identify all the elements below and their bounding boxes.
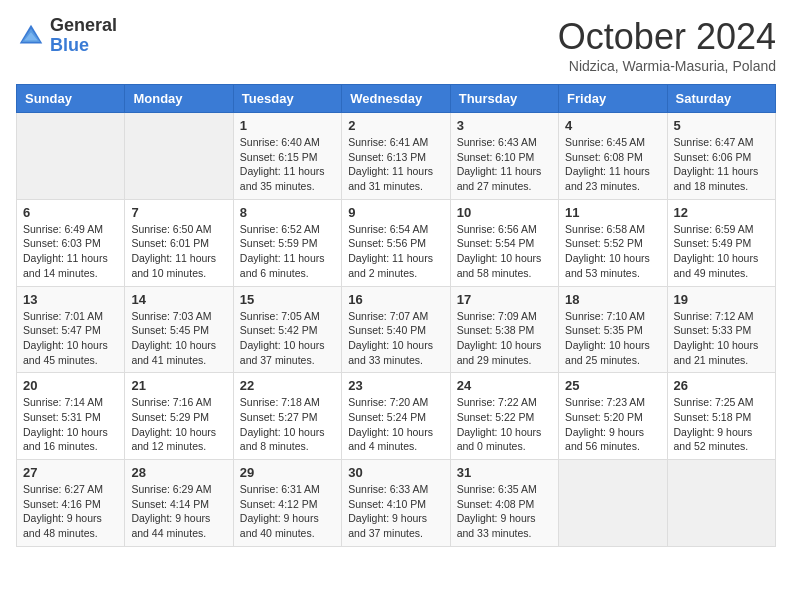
day-info: Sunrise: 6:52 AM Sunset: 5:59 PM Dayligh… <box>240 222 335 281</box>
day-number: 2 <box>348 118 443 133</box>
day-info: Sunrise: 6:41 AM Sunset: 6:13 PM Dayligh… <box>348 135 443 194</box>
day-cell: 30Sunrise: 6:33 AM Sunset: 4:10 PM Dayli… <box>342 460 450 547</box>
day-info: Sunrise: 6:35 AM Sunset: 4:08 PM Dayligh… <box>457 482 552 541</box>
day-cell: 2Sunrise: 6:41 AM Sunset: 6:13 PM Daylig… <box>342 113 450 200</box>
day-info: Sunrise: 6:59 AM Sunset: 5:49 PM Dayligh… <box>674 222 769 281</box>
day-info: Sunrise: 7:23 AM Sunset: 5:20 PM Dayligh… <box>565 395 660 454</box>
day-cell: 5Sunrise: 6:47 AM Sunset: 6:06 PM Daylig… <box>667 113 775 200</box>
day-number: 21 <box>131 378 226 393</box>
day-info: Sunrise: 6:40 AM Sunset: 6:15 PM Dayligh… <box>240 135 335 194</box>
day-info: Sunrise: 6:43 AM Sunset: 6:10 PM Dayligh… <box>457 135 552 194</box>
weekday-header-sunday: Sunday <box>17 85 125 113</box>
day-cell: 10Sunrise: 6:56 AM Sunset: 5:54 PM Dayli… <box>450 199 558 286</box>
day-number: 30 <box>348 465 443 480</box>
day-cell: 11Sunrise: 6:58 AM Sunset: 5:52 PM Dayli… <box>559 199 667 286</box>
day-info: Sunrise: 7:20 AM Sunset: 5:24 PM Dayligh… <box>348 395 443 454</box>
day-info: Sunrise: 6:58 AM Sunset: 5:52 PM Dayligh… <box>565 222 660 281</box>
day-cell: 1Sunrise: 6:40 AM Sunset: 6:15 PM Daylig… <box>233 113 341 200</box>
day-number: 3 <box>457 118 552 133</box>
location-subtitle: Nidzica, Warmia-Masuria, Poland <box>558 58 776 74</box>
day-number: 12 <box>674 205 769 220</box>
day-info: Sunrise: 7:05 AM Sunset: 5:42 PM Dayligh… <box>240 309 335 368</box>
week-row-2: 6Sunrise: 6:49 AM Sunset: 6:03 PM Daylig… <box>17 199 776 286</box>
weekday-header-wednesday: Wednesday <box>342 85 450 113</box>
day-cell: 18Sunrise: 7:10 AM Sunset: 5:35 PM Dayli… <box>559 286 667 373</box>
day-number: 1 <box>240 118 335 133</box>
week-row-3: 13Sunrise: 7:01 AM Sunset: 5:47 PM Dayli… <box>17 286 776 373</box>
day-number: 18 <box>565 292 660 307</box>
day-number: 6 <box>23 205 118 220</box>
weekday-header-thursday: Thursday <box>450 85 558 113</box>
day-cell: 22Sunrise: 7:18 AM Sunset: 5:27 PM Dayli… <box>233 373 341 460</box>
day-cell: 26Sunrise: 7:25 AM Sunset: 5:18 PM Dayli… <box>667 373 775 460</box>
day-cell: 31Sunrise: 6:35 AM Sunset: 4:08 PM Dayli… <box>450 460 558 547</box>
day-number: 4 <box>565 118 660 133</box>
day-cell: 6Sunrise: 6:49 AM Sunset: 6:03 PM Daylig… <box>17 199 125 286</box>
day-number: 9 <box>348 205 443 220</box>
day-cell: 12Sunrise: 6:59 AM Sunset: 5:49 PM Dayli… <box>667 199 775 286</box>
weekday-header-friday: Friday <box>559 85 667 113</box>
day-cell: 23Sunrise: 7:20 AM Sunset: 5:24 PM Dayli… <box>342 373 450 460</box>
day-info: Sunrise: 7:18 AM Sunset: 5:27 PM Dayligh… <box>240 395 335 454</box>
day-number: 25 <box>565 378 660 393</box>
day-info: Sunrise: 6:54 AM Sunset: 5:56 PM Dayligh… <box>348 222 443 281</box>
day-info: Sunrise: 7:25 AM Sunset: 5:18 PM Dayligh… <box>674 395 769 454</box>
day-info: Sunrise: 6:29 AM Sunset: 4:14 PM Dayligh… <box>131 482 226 541</box>
day-info: Sunrise: 6:49 AM Sunset: 6:03 PM Dayligh… <box>23 222 118 281</box>
logo: General Blue <box>16 16 117 56</box>
day-number: 11 <box>565 205 660 220</box>
day-cell: 16Sunrise: 7:07 AM Sunset: 5:40 PM Dayli… <box>342 286 450 373</box>
day-cell: 25Sunrise: 7:23 AM Sunset: 5:20 PM Dayli… <box>559 373 667 460</box>
day-info: Sunrise: 7:01 AM Sunset: 5:47 PM Dayligh… <box>23 309 118 368</box>
weekday-header-monday: Monday <box>125 85 233 113</box>
day-info: Sunrise: 7:10 AM Sunset: 5:35 PM Dayligh… <box>565 309 660 368</box>
day-info: Sunrise: 7:07 AM Sunset: 5:40 PM Dayligh… <box>348 309 443 368</box>
day-number: 26 <box>674 378 769 393</box>
day-info: Sunrise: 6:31 AM Sunset: 4:12 PM Dayligh… <box>240 482 335 541</box>
day-number: 20 <box>23 378 118 393</box>
title-block: October 2024 Nidzica, Warmia-Masuria, Po… <box>558 16 776 74</box>
week-row-5: 27Sunrise: 6:27 AM Sunset: 4:16 PM Dayli… <box>17 460 776 547</box>
day-cell <box>17 113 125 200</box>
day-number: 10 <box>457 205 552 220</box>
day-info: Sunrise: 6:56 AM Sunset: 5:54 PM Dayligh… <box>457 222 552 281</box>
day-number: 17 <box>457 292 552 307</box>
day-number: 31 <box>457 465 552 480</box>
day-number: 8 <box>240 205 335 220</box>
day-cell: 4Sunrise: 6:45 AM Sunset: 6:08 PM Daylig… <box>559 113 667 200</box>
page-header: General Blue October 2024 Nidzica, Warmi… <box>16 16 776 74</box>
day-info: Sunrise: 6:27 AM Sunset: 4:16 PM Dayligh… <box>23 482 118 541</box>
day-cell <box>125 113 233 200</box>
week-row-4: 20Sunrise: 7:14 AM Sunset: 5:31 PM Dayli… <box>17 373 776 460</box>
day-cell: 29Sunrise: 6:31 AM Sunset: 4:12 PM Dayli… <box>233 460 341 547</box>
day-cell: 21Sunrise: 7:16 AM Sunset: 5:29 PM Dayli… <box>125 373 233 460</box>
month-title: October 2024 <box>558 16 776 58</box>
day-number: 14 <box>131 292 226 307</box>
day-cell <box>559 460 667 547</box>
day-number: 29 <box>240 465 335 480</box>
day-number: 7 <box>131 205 226 220</box>
day-cell: 19Sunrise: 7:12 AM Sunset: 5:33 PM Dayli… <box>667 286 775 373</box>
day-number: 15 <box>240 292 335 307</box>
day-number: 16 <box>348 292 443 307</box>
day-info: Sunrise: 7:14 AM Sunset: 5:31 PM Dayligh… <box>23 395 118 454</box>
day-cell: 15Sunrise: 7:05 AM Sunset: 5:42 PM Dayli… <box>233 286 341 373</box>
day-info: Sunrise: 6:33 AM Sunset: 4:10 PM Dayligh… <box>348 482 443 541</box>
day-info: Sunrise: 6:50 AM Sunset: 6:01 PM Dayligh… <box>131 222 226 281</box>
day-cell <box>667 460 775 547</box>
day-cell: 14Sunrise: 7:03 AM Sunset: 5:45 PM Dayli… <box>125 286 233 373</box>
day-cell: 7Sunrise: 6:50 AM Sunset: 6:01 PM Daylig… <box>125 199 233 286</box>
day-cell: 13Sunrise: 7:01 AM Sunset: 5:47 PM Dayli… <box>17 286 125 373</box>
day-cell: 28Sunrise: 6:29 AM Sunset: 4:14 PM Dayli… <box>125 460 233 547</box>
day-info: Sunrise: 6:45 AM Sunset: 6:08 PM Dayligh… <box>565 135 660 194</box>
logo-icon <box>16 21 46 51</box>
day-number: 13 <box>23 292 118 307</box>
day-cell: 20Sunrise: 7:14 AM Sunset: 5:31 PM Dayli… <box>17 373 125 460</box>
logo-text: General Blue <box>50 16 117 56</box>
day-number: 28 <box>131 465 226 480</box>
day-number: 22 <box>240 378 335 393</box>
weekday-header-tuesday: Tuesday <box>233 85 341 113</box>
day-info: Sunrise: 6:47 AM Sunset: 6:06 PM Dayligh… <box>674 135 769 194</box>
day-number: 27 <box>23 465 118 480</box>
day-cell: 3Sunrise: 6:43 AM Sunset: 6:10 PM Daylig… <box>450 113 558 200</box>
